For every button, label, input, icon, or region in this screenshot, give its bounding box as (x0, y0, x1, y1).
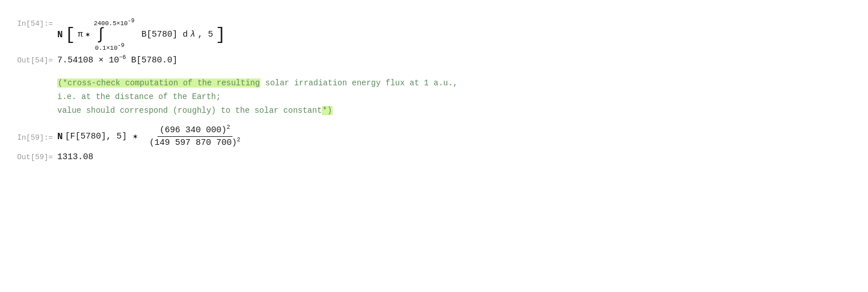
integral-54: 2400.5×10-9 ∫ 0.1×10-9 (95, 17, 137, 52)
den-exp: 2 (237, 137, 240, 143)
integral-limits: 2400.5×10-9 ∫ 0.1×10-9 (95, 17, 135, 52)
input-label-59: In[59]:= (17, 131, 57, 142)
input-label-54: In[54]:= (17, 17, 57, 28)
input-expression-54: N [ π ✶ 2400.5×10-9 ∫ 0.1×10-9 B[5780] d… (57, 17, 226, 52)
comment-highlight-start: (*cross-check computation of the resulti… (57, 78, 261, 88)
output-value-54: 7.54108 × 10−6 B[5780.0] (57, 56, 177, 65)
star-symbol: ✶ (85, 29, 90, 40)
fraction-denominator-59: (149 597 870 700)2 (147, 137, 243, 148)
num-exp: 2 (227, 124, 230, 131)
multiply-symbol-59: ✶ (133, 131, 138, 142)
pi-symbol: π (78, 30, 83, 40)
input-expression-59: N [F[5780], 5] ✶ (696 340 000)2 (149 597… (57, 125, 246, 148)
comma-5: , 5 (198, 30, 213, 40)
integrand: B[5780] d (141, 30, 188, 40)
fraction-59: (696 340 000)2 (149 597 870 700)2 (147, 125, 243, 148)
lambda-symbol: λ (190, 30, 195, 40)
output-cell-59: Out[59]= 1313.08 (17, 152, 851, 162)
input-cell-54: In[54]:= N [ π ✶ 2400.5×10-9 ∫ 0.1×10-9 … (17, 17, 851, 52)
integral-lower: 0.1×10-9 (95, 42, 125, 52)
comment-block: (*cross-check computation of the resulti… (57, 77, 851, 117)
fraction-numerator-59: (696 340 000)2 (157, 125, 232, 137)
n-function-59: N (57, 132, 63, 142)
output-label-59: Out[59]= (17, 153, 57, 161)
bracket-close-54: ] (215, 26, 226, 44)
output-label-54: Out[54]= (17, 56, 57, 65)
output-value-59: 1313.08 (57, 152, 93, 162)
n-function: N (57, 30, 63, 40)
comment-highlight-end: *) (322, 106, 333, 115)
comment-line-1: (*cross-check computation of the resulti… (57, 77, 851, 90)
comment-line-3: value should correspond (roughly) to the… (57, 104, 851, 118)
output-exponent-54: −6 (119, 54, 126, 61)
comment-line-2: i.e. at the distance of the Earth; (57, 90, 851, 104)
output-cell-54: Out[54]= 7.54108 × 10−6 B[5780.0] (17, 56, 851, 65)
input-cell-59: In[59]:= N [F[5780], 5] ✶ (696 340 000)2… (17, 125, 851, 148)
bracket-open-54: [ (65, 26, 76, 44)
f-expression-59: [F[5780], 5] (65, 132, 127, 141)
